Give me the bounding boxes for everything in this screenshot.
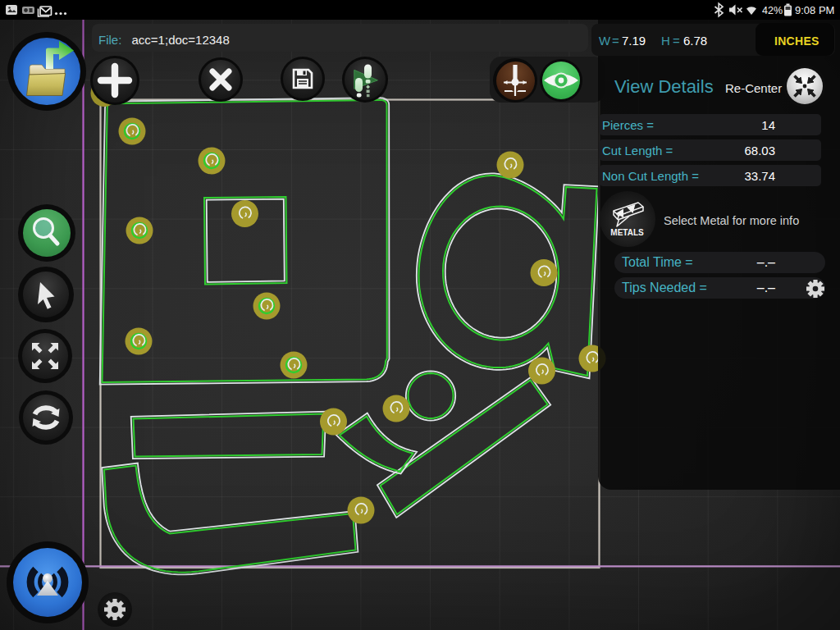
svg-text:METALS: METALS [610,228,644,237]
svg-text:42%: 42% [762,5,783,16]
svg-text:9:08 PM: 9:08 PM [795,4,834,16]
